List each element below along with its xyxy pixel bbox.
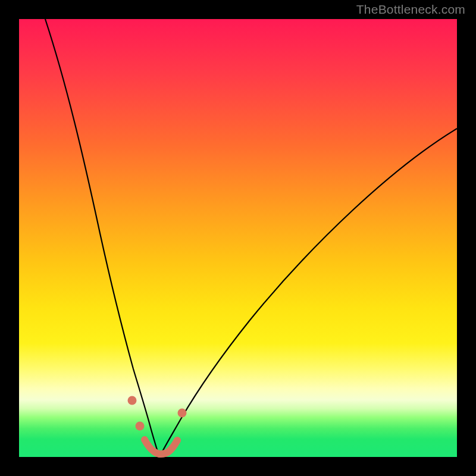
outer-frame: TheBottleneck.com: [0, 0, 476, 476]
watermark-text: TheBottleneck.com: [356, 2, 465, 17]
bottleneck-curve-left: [45, 19, 159, 457]
salmon-dot-right: [178, 409, 187, 418]
salmon-dot-left-upper: [128, 396, 137, 405]
chart-overlay: [19, 19, 457, 457]
salmon-trough-segment: [145, 440, 177, 454]
bottleneck-curve-right: [159, 129, 457, 457]
salmon-dot-left-lower: [136, 422, 145, 431]
